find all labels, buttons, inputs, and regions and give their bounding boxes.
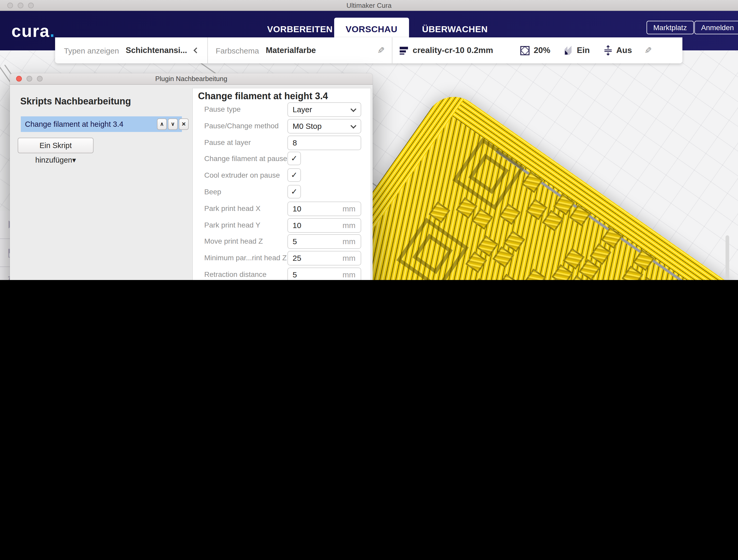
form-row: Pause at layer8 xyxy=(193,135,371,150)
infill-value[interactable]: 20% xyxy=(534,46,550,55)
form-row: Cool extruder on pause✓ xyxy=(193,168,371,183)
view-type-label: Typen anzeigen xyxy=(64,46,119,55)
unit-label: mm xyxy=(343,218,355,231)
move-script-up-button[interactable]: ∧ xyxy=(157,118,167,130)
text-input-field[interactable]: 5mm xyxy=(287,267,361,280)
form-row-label: Change filament at pause xyxy=(204,154,287,163)
view-settings-toolbar: Typen anzeigen Schichtenansi... Farbsche… xyxy=(55,37,682,63)
form-row-label: Pause at layer xyxy=(204,138,251,146)
color-scheme-label: Farbschema xyxy=(216,46,259,55)
form-row: Pause typeLayer xyxy=(193,102,371,117)
form-row: Retraction distance5mm xyxy=(193,267,371,280)
dropdown-field[interactable]: M0 Stop xyxy=(287,119,361,133)
unit-label: mm xyxy=(343,202,355,215)
text-input-field[interactable]: 5mm xyxy=(287,234,361,249)
move-script-down-button[interactable]: ∨ xyxy=(168,118,178,130)
support-value[interactable]: Ein xyxy=(577,46,590,55)
remove-script-button[interactable]: × xyxy=(179,118,189,130)
dialog-titlebar[interactable]: Plugin Nachbearbeitung xyxy=(10,73,373,85)
macos-titlebar[interactable]: Ultimaker Cura xyxy=(0,0,738,11)
form-row: Beep✓ xyxy=(193,185,371,199)
collapse-chevron-icon[interactable] xyxy=(194,48,200,53)
cura-application-window: 7 ✎ CCR10_Exquisite Densor 40.0 x 80.0 x… xyxy=(0,0,738,280)
checkbox-checked[interactable]: ✓ xyxy=(287,185,301,198)
adhesion-icon xyxy=(603,45,613,56)
edit-print-settings-pencil-icon[interactable]: ✎ xyxy=(645,45,652,56)
form-row-label: Minimum par...rint head Z xyxy=(204,253,287,262)
dropdown-field[interactable]: Layer xyxy=(287,102,361,117)
form-row-label: Pause type xyxy=(204,105,241,113)
adhesion-value[interactable]: Aus xyxy=(616,46,632,55)
sign-in-button[interactable]: Anmelden xyxy=(694,21,738,34)
text-input-field[interactable]: 10mm xyxy=(287,218,361,232)
form-row-label: Move print head Z xyxy=(204,237,263,245)
script-item-label: Change filament at height 3.4 xyxy=(21,120,123,128)
form-row: Pause/Change methodM0 Stop xyxy=(193,119,371,133)
add-script-dropdown-button[interactable]: Ein Skript hinzufügen▾ xyxy=(18,138,93,153)
chevron-down-icon xyxy=(351,106,357,112)
post-processing-dialog: Plugin Nachbearbeitung Skripts Nachbearb… xyxy=(10,73,373,280)
form-row: Park print head Y10mm xyxy=(193,218,371,232)
form-row: Park print head X10mm xyxy=(193,201,371,216)
printer-profile-icon xyxy=(400,46,408,54)
printer-profile-value[interactable]: creality-cr-10 0.2mm xyxy=(413,46,493,55)
script-settings-panel: Change filament at height 3.4 Pause type… xyxy=(192,88,371,280)
unit-label: mm xyxy=(343,235,355,248)
logo-dot: . xyxy=(50,21,55,40)
infill-icon xyxy=(520,45,529,55)
form-row-label: Park print head X xyxy=(204,204,260,212)
unit-label: mm xyxy=(343,251,355,264)
unit-label: mm xyxy=(343,268,355,280)
layer-slider-track[interactable] xyxy=(726,235,729,280)
form-row: Change filament at pause✓ xyxy=(193,152,371,166)
checkbox-checked[interactable]: ✓ xyxy=(287,152,301,165)
view-type-dropdown[interactable]: Schichtenansi... xyxy=(126,46,187,55)
text-input-field[interactable]: 10mm xyxy=(287,201,361,216)
form-row-label: Retraction distance xyxy=(204,270,267,278)
dropdown-arrow-icon: ▾ xyxy=(72,156,76,164)
script-settings-heading: Change filament at height 3.4 xyxy=(198,91,328,102)
form-row-label: Beep xyxy=(204,187,221,196)
form-row-label: Cool extruder on pause xyxy=(204,171,280,179)
form-row-label: Park print head Y xyxy=(204,220,260,229)
checkbox-checked[interactable]: ✓ xyxy=(287,168,301,182)
support-icon xyxy=(564,45,573,55)
form-row: Move print head Z5mm xyxy=(193,234,371,249)
form-row-label: Pause/Change method xyxy=(204,121,279,130)
chevron-down-icon xyxy=(351,123,357,128)
window-title: Ultimaker Cura xyxy=(0,2,738,9)
dialog-title: Plugin Nachbearbeitung xyxy=(10,75,373,83)
text-input-field[interactable]: 25mm xyxy=(287,251,361,265)
edit-color-scheme-pencil-icon[interactable]: ✎ xyxy=(377,45,385,56)
color-scheme-dropdown[interactable]: Materialfarbe xyxy=(266,46,316,55)
scripts-heading: Skripts Nachbearbeitung xyxy=(20,96,131,107)
form-row: Minimum par...rint head Z25mm xyxy=(193,251,371,265)
text-input-field[interactable]: 8 xyxy=(287,135,361,150)
cura-logo: cura. xyxy=(11,21,55,41)
marketplace-button[interactable]: Marktplatz xyxy=(647,21,694,34)
